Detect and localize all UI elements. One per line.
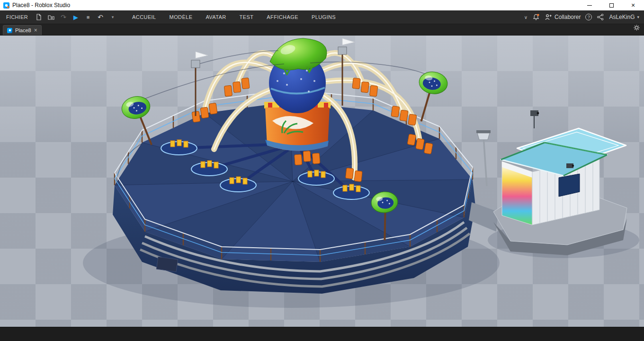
maximize-button[interactable] xyxy=(600,0,622,10)
help-button[interactable]: ? xyxy=(585,14,592,20)
document-tabbar: Place8 × xyxy=(0,24,644,36)
file-menu-button[interactable]: FICHIER xyxy=(0,14,34,20)
titlebar: Place8 - Roblox Studio × xyxy=(0,0,644,10)
stop-button[interactable]: ■ xyxy=(83,12,93,22)
collaborate-label: Collaborer xyxy=(555,14,581,20)
collaborate-person-icon xyxy=(545,13,552,21)
stop-icon: ■ xyxy=(87,14,90,20)
tab-modele[interactable]: MODÈLE xyxy=(164,11,198,23)
help-icon: ? xyxy=(585,14,592,20)
toolbar-overflow-icon: ▾ xyxy=(112,15,114,19)
tab-accueil[interactable]: ACCUEIL xyxy=(126,11,161,23)
scene-3d[interactable] xyxy=(0,36,644,327)
share-icon xyxy=(597,13,604,21)
close-icon: × xyxy=(631,2,635,9)
green-pod[interactable] xyxy=(414,70,449,124)
menubar-right: ∨ Collaborer ? xyxy=(524,13,644,21)
ribbon-tabs: ACCUEIL MODÈLE AVATAR TEST AFFICHAGE PLU… xyxy=(126,11,341,23)
user-dropdown-icon: ▾ xyxy=(637,15,639,19)
undo-icon: ↶ xyxy=(98,13,103,21)
maximize-icon xyxy=(609,3,614,8)
toolbar-overflow-button[interactable]: ▾ xyxy=(107,12,118,22)
play-button[interactable]: ▶ xyxy=(71,12,81,22)
open-file-icon xyxy=(47,13,55,21)
collaborate-button[interactable]: Collaborer xyxy=(545,13,581,21)
street-lamp[interactable] xyxy=(476,130,491,186)
document-tab-label: Place8 xyxy=(15,27,31,33)
tab-avatar[interactable]: AVATAR xyxy=(200,11,232,23)
user-account-button[interactable]: AsLeKinG ▾ xyxy=(609,14,639,20)
minimize-button[interactable] xyxy=(579,0,600,10)
minimize-icon xyxy=(587,5,592,6)
menubar: FICHIER ↷ ▶ ■ ↶ ▾ ACC xyxy=(0,10,644,24)
share-button[interactable] xyxy=(597,13,604,21)
redo-icon: ↷ xyxy=(61,13,66,21)
place-icon xyxy=(7,28,12,33)
username-label: AsLeKinG xyxy=(609,14,635,20)
new-file-button[interactable] xyxy=(34,12,44,22)
viewport-3d[interactable] xyxy=(0,36,644,327)
undo-button[interactable]: ↶ xyxy=(95,12,106,22)
tab-plugins[interactable]: PLUGINS xyxy=(306,11,341,23)
document-tab-place8[interactable]: Place8 × xyxy=(3,25,42,35)
security-camera xyxy=(566,163,574,168)
notifications-bell-icon xyxy=(532,13,540,21)
security-camera xyxy=(530,110,539,128)
open-file-button[interactable] xyxy=(46,12,56,22)
redo-button[interactable]: ↷ xyxy=(58,12,69,22)
close-button[interactable]: × xyxy=(622,0,644,10)
quick-access-toolbar: ↷ ▶ ■ ↶ ▾ xyxy=(34,12,118,22)
settings-gear-icon xyxy=(633,24,640,31)
viewport-settings-button[interactable] xyxy=(633,24,644,35)
play-icon: ▶ xyxy=(73,14,78,21)
window-title: Place8 - Roblox Studio xyxy=(12,2,70,9)
chevron-down-icon: ∨ xyxy=(524,15,528,20)
new-file-icon xyxy=(35,13,43,21)
window-controls: × xyxy=(579,0,644,10)
tab-test[interactable]: TEST xyxy=(234,11,259,23)
bottom-strip xyxy=(0,327,644,341)
booth-ramp xyxy=(469,202,498,232)
tab-close-icon[interactable]: × xyxy=(34,27,37,33)
tab-affichage[interactable]: AFFICHAGE xyxy=(261,11,304,23)
notifications-button[interactable] xyxy=(532,13,540,21)
ribbon-collapse-button[interactable]: ∨ xyxy=(524,15,528,20)
ticket-booth[interactable] xyxy=(493,110,627,255)
roblox-studio-logo-icon xyxy=(3,2,9,9)
